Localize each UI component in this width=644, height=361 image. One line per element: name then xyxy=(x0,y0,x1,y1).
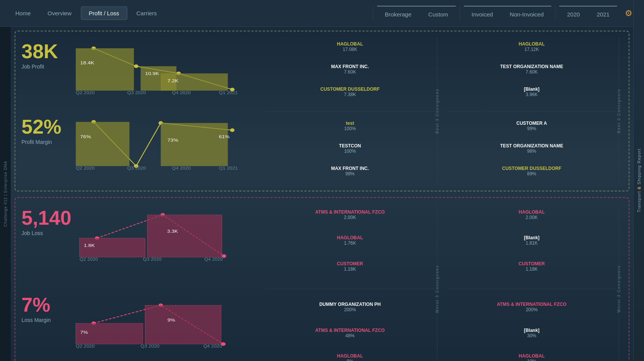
worst-consignee-item-4: DUMMY ORGANIZATION PH 200% xyxy=(265,302,435,312)
worst-consignor-value-5: 30% xyxy=(527,333,536,338)
consignor-value-3: 3.96K xyxy=(526,92,537,97)
svg-text:Q3 2020: Q3 2020 xyxy=(141,344,160,348)
worst-consignee-value-1: 2.00K xyxy=(344,215,356,220)
filter-group-2-line xyxy=(464,6,551,7)
nav-divider-3 xyxy=(555,6,555,21)
svg-text:73%: 73% xyxy=(168,138,178,142)
worst-consignor-value-6: 10% xyxy=(527,359,536,361)
svg-text:Q4 2020: Q4 2020 xyxy=(203,344,222,348)
best-consignees-side-label: Best 3 Consignees xyxy=(435,88,439,134)
nav-year-2020[interactable]: 2020 xyxy=(559,8,587,21)
worst-consignor-item-4: ATMS & INTERNATIONAL FZCO 200% xyxy=(447,302,617,312)
worst-consignor-value-1: 2.00K xyxy=(526,215,537,220)
job-profit-label: Job Profit xyxy=(21,64,67,70)
job-loss-row: 5,140 Job Loss 1.8K xyxy=(21,204,259,287)
nav-home[interactable]: Home xyxy=(8,7,38,20)
filter-group-1: Brokerage Custom xyxy=(377,6,456,21)
loss-margin-chart: 7% 9% Q2 2020 Q3 2020 Q4 2020 xyxy=(71,291,259,360)
filter-group-1-items: Brokerage Custom xyxy=(377,8,456,21)
worst-consignees-area: Worst 3 Consignees ATMS & INTERNATIONAL … xyxy=(259,204,623,361)
profit-margin-chart: 76% 73% 61% Q2 2020 Q3 2020 Q4 2020 Q1 2… xyxy=(71,113,259,182)
worst-consignor-value-2: 1.81K xyxy=(526,240,537,246)
filter-group-2: Invoiced Non-Invoiced xyxy=(464,6,551,21)
consignee-item-2: MAX FRONT INC. 7.60K xyxy=(265,64,435,75)
nav-left: Home Overview Profit / Loss Carriers xyxy=(8,7,369,20)
worst-consignees-side-label: Worst 3 Consignees xyxy=(435,265,439,313)
consignee-name-1: HAGLOBAL xyxy=(337,41,363,47)
best-consignees-area: Best 3 Consignees HAGLOBAL 17.08K MAX FR… xyxy=(259,38,623,185)
svg-text:Q2 2020: Q2 2020 xyxy=(76,90,95,95)
worst-consignor-name-6: HAGLOBAL xyxy=(519,353,545,359)
best-consignors-col: HAGLOBAL 17.12K TEST ORGANIZATION NAME 7… xyxy=(441,38,623,185)
nav-invoiced[interactable]: Invoiced xyxy=(464,8,501,21)
filter-group-1-line xyxy=(377,6,456,7)
worst-consignee-item-6: HAGLOBAL 8% xyxy=(265,353,435,361)
svg-point-17 xyxy=(230,128,235,132)
svg-text:Q3 2020: Q3 2020 xyxy=(143,257,161,261)
svg-text:10.9K: 10.9K xyxy=(145,72,159,76)
consignee-item-1: HAGLOBAL 17.08K xyxy=(265,41,435,52)
worst-consignee-name-2: HAGLOBAL xyxy=(337,235,363,240)
profit-margin-number: 52% xyxy=(21,117,67,137)
nav-year-2021[interactable]: 2021 xyxy=(589,8,617,21)
consignor-value-5: 98% xyxy=(527,149,536,154)
worst-consignor-item-2: [Blank] 1.81K xyxy=(447,235,617,246)
side-challenge-label: Challenge #12 | Enterprise DNA xyxy=(0,27,11,361)
challenge-text: Challenge #12 | Enterprise DNA xyxy=(3,161,8,227)
consignor-name-1: HAGLOBAL xyxy=(519,41,545,47)
consignee-name-5: TESTCON xyxy=(339,143,361,149)
profit-section: 38K Job Profit xyxy=(15,31,629,191)
worst-consignee-item-2: HAGLOBAL 1.76K xyxy=(265,235,435,246)
worst-consignee-value-6: 8% xyxy=(347,359,353,361)
svg-text:Q2 2020: Q2 2020 xyxy=(76,166,95,170)
side-right-text: Transport & Shipping Report xyxy=(637,149,641,212)
svg-text:Q1 2021: Q1 2021 xyxy=(219,90,238,95)
svg-text:Q2 2020: Q2 2020 xyxy=(80,257,98,261)
consignee-value-5: 100% xyxy=(344,149,356,154)
nav-custom[interactable]: Custom xyxy=(421,8,456,21)
profit-charts-area: 38K Job Profit xyxy=(21,38,259,185)
loss-margin-row: 7% Loss Margin 7% xyxy=(21,291,259,361)
svg-text:Q4 2020: Q4 2020 xyxy=(172,166,191,170)
worst-consignee-name-1: ATMS & INTERNATIONAL FZCO xyxy=(315,209,384,215)
best-consignors-divider: Best 3 Consignors xyxy=(615,38,623,185)
loss-charts-area: 5,140 Job Loss 1.8K xyxy=(21,204,259,361)
consignor-value-1: 17.12K xyxy=(524,47,539,52)
worst-consignor-value-4: 200% xyxy=(526,307,538,312)
svg-text:Q4 2020: Q4 2020 xyxy=(172,90,191,95)
worst-consignee-item-1: ATMS & INTERNATIONAL FZCO 2.00K xyxy=(265,209,435,220)
nav-carriers[interactable]: Carriers xyxy=(129,7,164,20)
worst-consignees-divider: Worst 3 Consignees xyxy=(433,204,441,361)
year-group-items: 2020 2021 xyxy=(559,8,617,21)
job-loss-number: 5,140 xyxy=(21,208,71,228)
loss-margin-label: Loss Margin xyxy=(21,317,67,323)
worst-consignees-col: ATMS & INTERNATIONAL FZCO 2.00K HAGLOBAL… xyxy=(259,204,441,361)
consignee-value-6: 98% xyxy=(345,171,355,176)
consignor-value-2: 7.60K xyxy=(526,69,537,75)
svg-rect-41 xyxy=(145,305,221,344)
svg-point-1 xyxy=(134,64,138,68)
svg-text:7.2K: 7.2K xyxy=(168,78,179,83)
nav-brokerage[interactable]: Brokerage xyxy=(377,8,419,21)
consignee-name-2: MAX FRONT INC. xyxy=(331,64,369,69)
nav-profit-loss[interactable]: Profit / Loss xyxy=(81,7,127,20)
loss-margin-number: 7% xyxy=(21,295,67,315)
consignee-name-3: CUSTOMER DUSSELDORF xyxy=(320,87,380,92)
consignor-name-3: [Blank] xyxy=(524,87,540,92)
nav-non-invoiced[interactable]: Non-Invoiced xyxy=(502,8,551,21)
consignee-name-6: MAX FRONT INC. xyxy=(331,166,369,171)
consignor-item-4: CUSTOMER A 99% xyxy=(447,121,617,131)
svg-text:18.4K: 18.4K xyxy=(80,61,94,65)
worst-consignee-name-4: DUMMY ORGANIZATION PH xyxy=(319,302,381,307)
svg-text:Q2 2020: Q2 2020 xyxy=(76,344,95,348)
consignee-item-4: test 100% xyxy=(265,121,435,131)
consignee-value-3: 7.38K xyxy=(344,92,356,97)
worst-consignors-divider: Worst 3 Consignors xyxy=(615,204,623,361)
job-profit-svg: 18.4K 10.9K 7.2K Q2 2020 Q3 2020 Q4 2020… xyxy=(71,38,259,95)
job-profit-chart: 18.4K 10.9K 7.2K Q2 2020 Q3 2020 Q4 2020… xyxy=(71,38,259,106)
svg-text:7%: 7% xyxy=(80,330,88,335)
filter-group-2-items: Invoiced Non-Invoiced xyxy=(464,8,551,21)
profit-margin-value-block: 52% Profit Margin xyxy=(21,113,67,145)
nav-overview[interactable]: Overview xyxy=(40,7,79,20)
consignor-name-6: CUSTOMER DUSSELDORF xyxy=(502,166,561,171)
